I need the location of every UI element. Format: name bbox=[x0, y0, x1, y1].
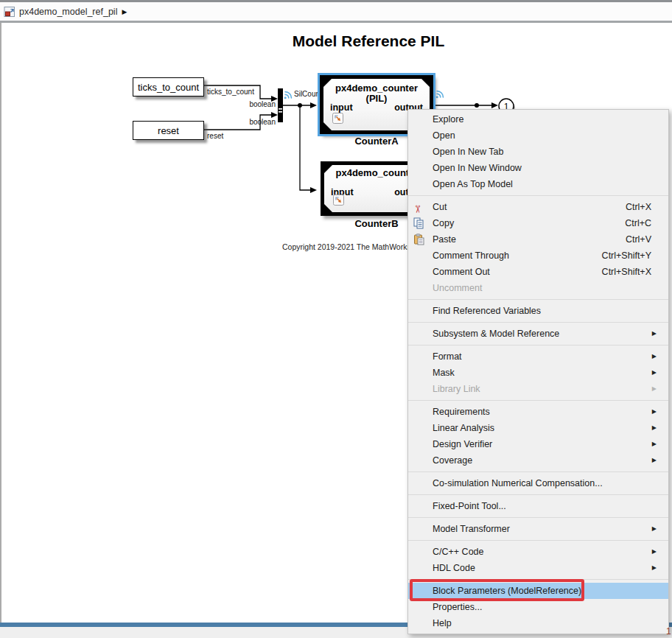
menu-item-label: Help bbox=[433, 615, 452, 631]
menu-item-shortcut: Ctrl+V bbox=[626, 231, 651, 248]
menu-item-shortcut: Ctrl+X bbox=[626, 199, 651, 215]
submenu-arrow-icon: ▶ bbox=[652, 560, 657, 576]
submenu-arrow-icon: ▶ bbox=[652, 436, 657, 452]
menu-item-open-in-new-tab[interactable]: Open In New Tab bbox=[408, 144, 668, 160]
submenu-arrow-icon: ▶ bbox=[652, 365, 657, 381]
bus-creator-glyph bbox=[279, 111, 282, 113]
menu-item-comment-through[interactable]: Comment ThroughCtrl+Shift+Y bbox=[408, 248, 668, 264]
menu-item-label: Linear Analysis bbox=[433, 420, 494, 436]
menu-separator bbox=[408, 322, 668, 323]
menu-item-fixed-point-tool[interactable]: Fixed-Point Tool... bbox=[408, 498, 668, 514]
model-reference-badge-icon[interactable] bbox=[332, 113, 343, 124]
context-menu-items: ExploreOpenOpen In New TabOpen In New Wi… bbox=[408, 111, 668, 631]
menu-item-label: C/C++ Code bbox=[433, 544, 483, 560]
block-label: reset bbox=[158, 125, 179, 136]
menu-item-label: Copy bbox=[433, 215, 454, 231]
menu-separator bbox=[408, 299, 668, 300]
type-label-boolean-1: boolean bbox=[234, 100, 276, 108]
menu-item-label: Co-simulation Numerical Compensation... bbox=[433, 475, 603, 491]
submenu-arrow-icon: ▶ bbox=[652, 381, 657, 397]
menu-item-hdl-code[interactable]: HDL Code▶ bbox=[408, 560, 668, 576]
menu-item-label: Uncomment bbox=[433, 280, 482, 296]
menu-separator bbox=[408, 345, 668, 346]
paste-icon bbox=[413, 234, 427, 245]
menu-item-label: Mask bbox=[433, 365, 455, 381]
menu-item-label: Explore bbox=[433, 111, 463, 127]
input-port-label: input bbox=[330, 102, 353, 113]
signal-logging-icon[interactable] bbox=[283, 88, 295, 100]
diagram-title: Model Reference PIL bbox=[184, 32, 553, 50]
menu-item-coverage[interactable]: Coverage▶ bbox=[408, 452, 668, 469]
menu-separator bbox=[408, 472, 668, 472]
model-reference-badge-icon[interactable] bbox=[333, 194, 344, 206]
menu-item-mask[interactable]: Mask▶ bbox=[408, 365, 668, 381]
menu-separator bbox=[408, 517, 668, 518]
menu-item-label: Open bbox=[433, 127, 455, 144]
menu-item-cut[interactable]: ✂CutCtrl+X bbox=[408, 199, 668, 215]
menu-item-linear-analysis[interactable]: Linear Analysis▶ bbox=[408, 420, 668, 436]
breadcrumb-expand-arrow-icon[interactable]: ▶ bbox=[122, 8, 127, 15]
menu-item-label: Design Verifier bbox=[433, 436, 492, 452]
bus-creator-glyph bbox=[279, 108, 282, 110]
menu-item-label: Comment Out bbox=[433, 264, 490, 280]
menu-item-copy[interactable]: CopyCtrl+C bbox=[408, 215, 668, 231]
menu-item-label: Model Transformer bbox=[433, 521, 510, 537]
menu-item-label: Subsystem & Model Reference bbox=[433, 326, 559, 342]
cut-icon: ✂ bbox=[413, 201, 427, 213]
menu-item-subsystem-model-reference[interactable]: Subsystem & Model Reference▶ bbox=[408, 326, 668, 342]
submenu-arrow-icon: ▶ bbox=[652, 348, 657, 365]
menu-item-uncomment: Uncomment bbox=[408, 280, 668, 296]
menu-item-c-c-code[interactable]: C/C++ Code▶ bbox=[408, 544, 668, 560]
menu-item-label: Find Referenced Variables bbox=[433, 303, 541, 319]
menu-item-shortcut: Ctrl+Shift+Y bbox=[602, 248, 651, 264]
menu-item-requirements[interactable]: Requirements▶ bbox=[408, 404, 668, 420]
menu-item-help[interactable]: Help bbox=[408, 615, 668, 631]
breadcrumb-model-name[interactable]: px4demo_model_ref_pil bbox=[19, 7, 117, 17]
submenu-arrow-icon: ▶ bbox=[652, 420, 657, 436]
submenu-arrow-icon: ▶ bbox=[652, 326, 657, 342]
submenu-arrow-icon: ▶ bbox=[652, 521, 657, 537]
menu-item-open[interactable]: Open bbox=[408, 127, 668, 144]
menu-item-label: Open In New Tab bbox=[433, 144, 503, 160]
breadcrumb-bar: px4demo_model_ref_pil ▶ bbox=[0, 0, 672, 23]
block-ticks-to-count[interactable]: ticks_to_count bbox=[133, 77, 204, 97]
menu-item-design-verifier[interactable]: Design Verifier▶ bbox=[408, 436, 668, 452]
bus-creator-block[interactable] bbox=[278, 88, 283, 122]
menu-separator bbox=[408, 195, 668, 196]
menu-item-properties[interactable]: Properties... bbox=[408, 599, 668, 615]
menu-item-label: Properties... bbox=[433, 599, 482, 615]
menu-item-label: Block Parameters (ModelReference) bbox=[433, 583, 581, 599]
menu-item-comment-out[interactable]: Comment OutCtrl+Shift+X bbox=[408, 264, 668, 280]
arrowhead bbox=[491, 102, 498, 108]
menu-item-co-simulation-numerical-compensation[interactable]: Co-simulation Numerical Compensation... bbox=[408, 475, 668, 491]
menu-item-explore[interactable]: Explore bbox=[408, 111, 668, 127]
block-reset[interactable]: reset bbox=[133, 121, 204, 140]
copyright-annotation: Copyright 2019-2021 The MathWorks bbox=[282, 242, 411, 251]
menu-item-open-as-top-model[interactable]: Open As Top Model bbox=[408, 176, 668, 192]
menu-item-label: Fixed-Point Tool... bbox=[433, 498, 506, 514]
menu-item-paste[interactable]: PasteCtrl+V bbox=[408, 231, 668, 248]
menu-item-label: Comment Through bbox=[433, 248, 509, 264]
menu-item-label: Open As Top Model bbox=[433, 176, 513, 192]
arrowhead bbox=[271, 112, 278, 118]
signal-logging-icon[interactable] bbox=[435, 88, 447, 99]
menu-item-shortcut: Ctrl+Shift+X bbox=[602, 264, 651, 280]
submenu-arrow-icon: ▶ bbox=[652, 544, 657, 560]
type-label-boolean-2: boolean bbox=[234, 118, 276, 126]
submenu-arrow-icon: ▶ bbox=[652, 404, 657, 420]
signal-label-reset[interactable]: reset bbox=[207, 132, 223, 140]
menu-item-model-transformer[interactable]: Model Transformer▶ bbox=[408, 521, 668, 537]
arrowhead bbox=[310, 102, 317, 108]
menu-item-open-in-new-window[interactable]: Open In New Window bbox=[408, 160, 668, 176]
menu-item-block-parameters-modelreference[interactable]: Block Parameters (ModelReference) bbox=[408, 583, 668, 599]
model-icon bbox=[4, 6, 15, 18]
menu-item-label: Coverage bbox=[433, 452, 472, 469]
wire-bus-to-counterb[interactable] bbox=[300, 105, 311, 190]
menu-item-label: HDL Code bbox=[433, 560, 475, 576]
menu-item-find-referenced-variables[interactable]: Find Referenced Variables bbox=[408, 303, 668, 319]
menu-item-format[interactable]: Format▶ bbox=[408, 348, 668, 365]
menu-item-shortcut: Ctrl+C bbox=[625, 215, 651, 231]
status-text-fragment: 1 bbox=[666, 626, 671, 637]
signal-label-ticks-to-count[interactable]: ticks_to_count bbox=[207, 88, 254, 96]
block-title: px4demo_counter bbox=[323, 83, 430, 94]
